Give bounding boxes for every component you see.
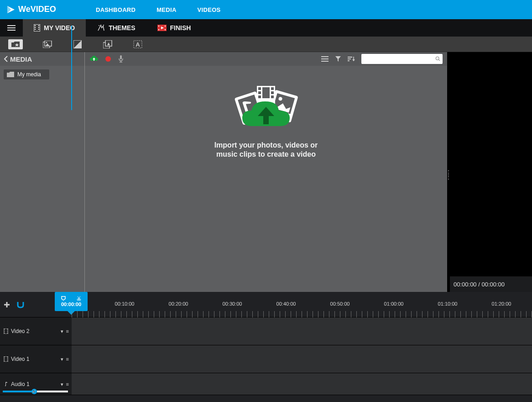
volume-slider[interactable]: 🔊 <box>3 390 68 393</box>
track-video-2: Video 2 ▾≡ <box>0 317 532 345</box>
svg-line-34 <box>438 59 440 61</box>
tab-my-video-label: MY VIDEO <box>44 24 75 32</box>
svg-rect-46 <box>271 95 274 98</box>
film-icon <box>4 328 8 334</box>
svg-rect-64 <box>4 360 5 361</box>
svg-rect-2 <box>35 25 36 26</box>
search-box[interactable] <box>361 54 443 64</box>
star-folder-icon[interactable] <box>8 39 23 49</box>
preview-time-label: 00:00:00 / 00:00:00 <box>454 281 505 288</box>
ruler-label: 00:30:00 <box>223 301 242 307</box>
media-header-label: MEDIA <box>10 55 32 63</box>
film-icon <box>4 356 8 362</box>
track-label: Video 2 <box>11 328 29 334</box>
track-dropdown-icon[interactable]: ▾ <box>61 381 63 387</box>
playhead-marker-icon <box>61 296 66 301</box>
text-icon[interactable]: A <box>132 39 143 50</box>
track-menu-icon[interactable]: ≡ <box>66 381 69 387</box>
filter-icon[interactable] <box>335 56 341 62</box>
svg-rect-57 <box>4 333 5 333</box>
svg-rect-41 <box>258 87 261 90</box>
tab-themes[interactable]: THEMES <box>86 19 146 37</box>
preview-viewport[interactable] <box>450 52 532 276</box>
top-bar: WeVIDEO DASHBOARD MEDIA VIDEOS <box>0 0 532 19</box>
transition-icon[interactable] <box>72 39 83 50</box>
preview-column: 00:00:00 / 00:00:00 <box>450 52 532 292</box>
ruler-label: 01:00:00 <box>384 301 404 307</box>
svg-text:A: A <box>136 41 140 48</box>
list-view-icon[interactable] <box>321 56 329 62</box>
playhead-line[interactable] <box>71 26 72 110</box>
logo[interactable]: WeVIDEO <box>6 5 68 14</box>
menu-icon[interactable] <box>0 19 23 37</box>
nav-dashboard[interactable]: DASHBOARD <box>96 6 136 13</box>
layers-icon[interactable] <box>102 39 113 50</box>
track-body-video-1[interactable] <box>72 345 532 373</box>
tab-finish-label: FINISH <box>170 24 191 32</box>
folder-my-media[interactable]: My media <box>4 69 49 79</box>
svg-rect-13 <box>165 26 166 26</box>
svg-rect-3 <box>35 27 36 28</box>
track-dropdown-icon[interactable]: ▾ <box>61 356 63 362</box>
track-menu-icon[interactable]: ≡ <box>66 356 69 362</box>
track-header-audio-1[interactable]: Audio 1 ▾≡ 🔊 <box>0 373 72 395</box>
ruler-label: 00:50:00 <box>330 301 350 307</box>
music-note-icon <box>4 381 8 387</box>
record-icon[interactable] <box>105 56 111 62</box>
track-menu-icon[interactable]: ≡ <box>66 328 69 334</box>
svg-rect-56 <box>4 331 5 332</box>
svg-point-23 <box>105 56 111 62</box>
ruler-label: 01:10:00 <box>438 301 458 307</box>
ruler-label: 00:20:00 <box>169 301 188 307</box>
track-header-video-2[interactable]: Video 2 ▾≡ <box>0 317 72 345</box>
search-input[interactable] <box>361 56 435 62</box>
svg-rect-4 <box>35 29 36 30</box>
images-icon[interactable] <box>42 39 53 50</box>
track-header-video-1[interactable]: Video 1 ▾≡ <box>0 345 72 373</box>
center-area: Import your photos, videos or music clip… <box>85 52 447 292</box>
svg-rect-62 <box>4 357 5 358</box>
snap-icon[interactable] <box>16 301 25 308</box>
tab-my-video[interactable]: MY VIDEO <box>23 19 86 37</box>
svg-point-8 <box>99 25 99 26</box>
import-illustration <box>225 85 307 134</box>
svg-rect-7 <box>38 29 39 30</box>
svg-rect-63 <box>4 359 5 360</box>
folder-label: My media <box>17 71 41 78</box>
tab-finish[interactable]: FINISH <box>146 19 202 37</box>
microphone-icon[interactable] <box>118 55 124 63</box>
preview-time-bar: 00:00:00 / 00:00:00 <box>450 276 532 292</box>
track-dropdown-icon[interactable]: ▾ <box>61 328 63 334</box>
svg-rect-58 <box>7 329 8 330</box>
chevron-left-icon <box>4 56 8 62</box>
middle-area: MEDIA My media <box>0 52 532 292</box>
import-message: Import your photos, videos or music clip… <box>214 141 318 159</box>
track-body-video-2[interactable] <box>72 317 532 345</box>
svg-rect-55 <box>4 329 5 330</box>
nav-media[interactable]: MEDIA <box>156 6 176 13</box>
svg-rect-44 <box>271 87 274 90</box>
svg-text:WeVIDEO: WeVIDEO <box>18 5 56 14</box>
time-ruler[interactable]: 00:10:0000:20:0000:30:0000:40:0000:50:00… <box>72 292 532 317</box>
svg-rect-24 <box>120 55 122 59</box>
svg-rect-47 <box>262 87 270 98</box>
nav-videos[interactable]: VIDEOS <box>198 6 221 13</box>
svg-rect-14 <box>165 29 166 30</box>
upload-cloud-icon[interactable] <box>89 55 99 63</box>
timeline-header: 00:00:00 00:10:0000:20:0000:30:0000:40:0… <box>0 292 532 317</box>
track-body-audio-1[interactable] <box>72 373 532 395</box>
ruler-label: 00:10:00 <box>115 301 135 307</box>
volume-knob-icon[interactable]: 🔊 <box>31 389 37 394</box>
tabs-row: MY VIDEO THEMES FINISH <box>0 19 532 37</box>
resize-handle[interactable] <box>447 170 450 180</box>
add-track-icon[interactable] <box>4 302 10 308</box>
track-audio-1: Audio 1 ▾≡ 🔊 <box>0 373 532 395</box>
folder-icon <box>6 71 15 78</box>
svg-rect-65 <box>7 357 8 358</box>
sort-icon[interactable] <box>348 56 355 62</box>
left-column: MEDIA My media <box>0 52 85 292</box>
svg-rect-66 <box>7 359 8 360</box>
import-dropzone[interactable]: Import your photos, videos or music clip… <box>85 66 447 292</box>
svg-rect-67 <box>7 360 8 361</box>
search-icon <box>435 55 441 63</box>
